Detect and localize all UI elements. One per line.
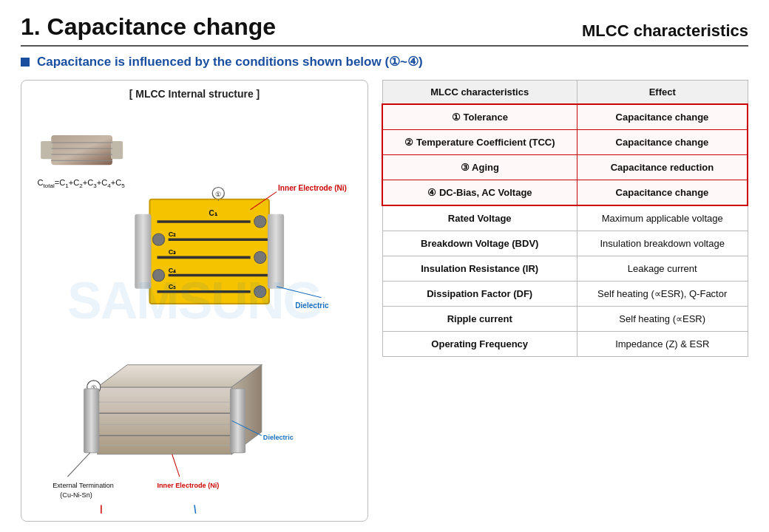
svg-text:Dielectric: Dielectric [263,434,294,441]
table-row: ④ DC-Bias, AC VoltageCapacitance change [382,180,748,206]
subtitle-row: Capacitance is influenced by the conditi… [21,54,748,69]
svg-point-26 [254,286,266,298]
table-row: ② Temperature Coefficient (TCC)Capacitan… [382,130,748,155]
svg-line-48 [172,454,180,477]
effect-cell: Capacitance reduction [577,155,748,180]
svg-text:Inner Electrode (Ni): Inner Electrode (Ni) [278,184,347,192]
effect-cell: Self heating (∝ESR), Q-Factor [577,282,748,307]
table-header: MLCC characteristics Effect [382,81,748,105]
svg-text:(Cu-Ni-Sn): (Cu-Ni-Sn) [60,491,92,499]
svg-point-15 [254,216,266,228]
svg-rect-11 [135,214,151,289]
svg-text:C₂: C₂ [169,231,177,238]
svg-point-17 [152,233,164,245]
effect-cell: Leakage current [577,256,748,282]
characteristics-table: MLCC characteristics Effect ① ToleranceC… [382,80,748,357]
effect-cell: Maximum applicable voltage [577,205,748,231]
char-cell: ③ Aging [382,155,577,180]
right-panel: MLCC characteristics Effect ① ToleranceC… [382,80,748,522]
table-row: Dissipation Factor (DF)Self heating (∝ES… [382,282,748,307]
effect-cell: Insulation breakdown voltage [577,231,748,256]
svg-rect-2 [111,141,123,159]
svg-text:External Termination: External Termination [52,482,114,489]
chip-illustration [41,135,123,165]
svg-line-45 [67,453,89,477]
bullet-icon [21,58,30,66]
svg-text:C₄: C₄ [169,267,177,274]
table-row: Insulation Resistance (IR)Leakage curren… [382,256,748,282]
table-row: Operating FrequencyImpedance (Z) & ESR [382,332,748,357]
char-cell: Dissipation Factor (DF) [382,282,577,307]
page-title: 1. Capacitance change [21,13,276,41]
char-cell: ② Temperature Coefficient (TCC) [382,130,577,155]
effect-cell: Self heating (∝ESR) [577,307,748,332]
svg-point-23 [152,270,164,282]
svg-text:Dielectric: Dielectric [295,301,329,310]
header-subtitle: MLCC characteristics [582,21,748,41]
char-cell: Breakdown Voltage (BDV) [382,231,577,256]
svg-text:Inner Electrode (Ni): Inner Electrode (Ni) [157,482,220,489]
char-cell: Ripple current [382,307,577,332]
page: 1. Capacitance change MLCC characteristi… [0,0,769,532]
mlcc-diagram: Ctotal=C1+C2+C3+C4+C5 ① C₁ C₂ [30,104,359,514]
table-row: ③ AgingCapacitance reduction [382,155,748,180]
svg-line-69 [194,505,198,514]
col-header-char: MLCC characteristics [382,81,577,105]
svg-marker-33 [98,387,232,454]
panel-title: [ MLCC Internal structure ] [129,88,260,100]
svg-text:C₃: C₃ [169,248,177,256]
table-row: Rated VoltageMaximum applicable voltage [382,205,748,231]
svg-text:Ctotal=C1+C2+C3+C4+C5: Ctotal=C1+C2+C3+C4+C5 [38,179,126,189]
main-content: [ MLCC Internal structure ] SAMSUNG Ctot… [21,80,748,522]
svg-rect-43 [84,389,99,453]
table-row: Ripple currentSelf heating (∝ESR) [382,307,748,332]
effect-cell: Capacitance change [577,104,748,130]
char-cell: Operating Frequency [382,332,577,357]
table-row: Breakdown Voltage (BDV)Insulation breakd… [382,231,748,256]
svg-text:①: ① [215,191,221,198]
char-cell: ④ DC-Bias, AC Voltage [382,180,577,206]
table-row: ① ToleranceCapacitance change [382,104,748,130]
svg-text:C₁: C₁ [209,209,217,217]
header: 1. Capacitance change MLCC characteristi… [21,13,748,47]
svg-text:C₅: C₅ [169,283,177,290]
effect-cell: Capacitance change [577,130,748,155]
col-header-effect: Effect [577,81,748,105]
svg-rect-1 [41,141,52,159]
subtitle-text: Capacitance is influenced by the conditi… [37,54,423,69]
char-cell: Insulation Resistance (IR) [382,256,577,282]
effect-cell: Impedance (Z) & ESR [577,332,748,357]
effect-cell: Capacitance change [577,180,748,206]
char-cell: ① Tolerance [382,104,577,130]
char-cell: Rated Voltage [382,205,577,231]
svg-rect-12 [268,214,284,289]
left-panel: [ MLCC Internal structure ] SAMSUNG Ctot… [21,80,368,522]
svg-point-20 [254,251,266,263]
svg-line-31 [277,287,322,298]
